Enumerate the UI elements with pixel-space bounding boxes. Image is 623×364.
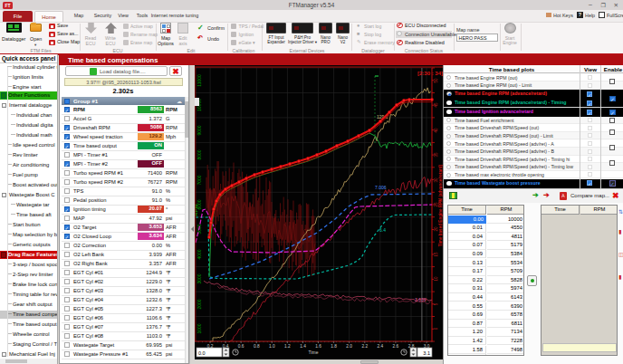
svg-text:11000: 11000 [196, 74, 202, 87]
svg-text:1000: 1000 [196, 323, 202, 333]
svg-text:6.4: 6.4 [379, 227, 386, 233]
svg-text:2.4: 2.4 [377, 344, 383, 349]
svg-text:3000: 3000 [196, 273, 202, 283]
svg-text:40: 40 [434, 128, 438, 133]
svg-text:7.006: 7.006 [375, 185, 387, 190]
svg-text:4000: 4000 [196, 249, 202, 259]
svg-text:2000: 2000 [196, 299, 202, 309]
svg-text:10: 10 [434, 276, 438, 282]
svg-text:1.2: 1.2 [284, 344, 291, 349]
svg-text:0.6: 0.6 [238, 344, 244, 349]
svg-text:9000: 9000 [196, 125, 202, 135]
svg-text:35: 35 [434, 152, 438, 158]
svg-text:0.8: 0.8 [254, 344, 260, 349]
svg-text:45: 45 [434, 102, 438, 108]
svg-text:2.0: 2.0 [346, 344, 352, 349]
svg-text:15: 15 [434, 252, 438, 257]
svg-text:3.1: 3.1 [423, 350, 430, 356]
svg-text:1.8: 1.8 [331, 344, 337, 349]
svg-text:3.639: 3.639 [415, 297, 427, 302]
svg-text:2.2: 2.2 [361, 344, 368, 349]
svg-text:1.0: 1.0 [269, 344, 275, 349]
svg-text:2.6: 2.6 [393, 344, 399, 349]
svg-text:0.0: 0.0 [198, 350, 206, 356]
svg-text:8000: 8000 [196, 149, 202, 159]
svg-text:50: 50 [434, 78, 438, 83]
svg-text:1.6: 1.6 [315, 344, 321, 349]
svg-text:1.4: 1.4 [300, 344, 306, 349]
svg-text:7000: 7000 [196, 175, 202, 185]
svg-text:[2:30 : 34]: [2:30 : 34] [417, 71, 443, 76]
svg-text:Time: Time [309, 350, 319, 355]
